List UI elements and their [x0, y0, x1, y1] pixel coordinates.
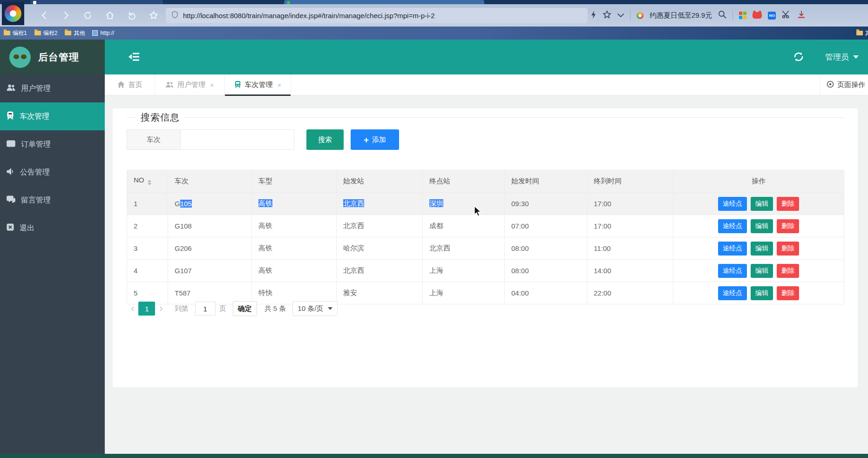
- close-icon[interactable]: ×: [278, 81, 282, 89]
- screenshot-scissors-icon[interactable]: [782, 11, 791, 20]
- search-button[interactable]: 搜索: [306, 129, 344, 150]
- notes-app-icon[interactable]: NO: [768, 12, 776, 20]
- browser-tab-active[interactable]: [284, 0, 484, 4]
- refresh-icon[interactable]: [793, 51, 805, 63]
- add-button[interactable]: +添加: [351, 129, 399, 150]
- sidebar-item-label: 留言管理: [21, 195, 51, 205]
- col-actions: 操作: [673, 170, 844, 193]
- sidebar-item-trains[interactable]: 车次管理: [0, 102, 105, 130]
- download-icon[interactable]: [797, 10, 806, 20]
- cell-depart: 07:00: [505, 215, 587, 237]
- delete-button[interactable]: 删除: [777, 219, 799, 233]
- apps-grid-icon[interactable]: [739, 12, 746, 19]
- bookmark-folder[interactable]: 其他: [65, 29, 85, 37]
- cell-type: 高铁: [252, 260, 337, 282]
- reload-button[interactable]: [82, 9, 94, 21]
- cell-actions: 途经点编辑删除: [673, 237, 844, 260]
- logout-icon: [7, 223, 14, 233]
- page-tabbar: 首页 用户管理 × 车次管理 × 页面操作: [105, 74, 868, 95]
- favorite-star-button[interactable]: [148, 9, 160, 21]
- next-page-icon[interactable]: ›: [155, 303, 167, 314]
- search-icon[interactable]: [718, 10, 726, 20]
- cell-from: 北京西: [337, 193, 423, 215]
- chevron-down-icon[interactable]: [617, 11, 624, 20]
- prev-page-icon[interactable]: ‹: [127, 303, 138, 314]
- bookmark-folder[interactable]: 编程1: [4, 29, 27, 37]
- waypoints-button[interactable]: 途经点: [718, 286, 747, 300]
- browser-logo[interactable]: [2, 2, 24, 25]
- back-button[interactable]: [38, 9, 50, 21]
- sidebar-item-messages[interactable]: 留言管理: [0, 186, 105, 214]
- sort-icon[interactable]: [148, 178, 151, 187]
- edit-button[interactable]: 编辑: [751, 286, 773, 300]
- promo-icon[interactable]: [637, 12, 644, 19]
- home-button[interactable]: [104, 9, 116, 21]
- waypoints-button[interactable]: 途经点: [718, 219, 747, 233]
- confirm-page-button[interactable]: 确定: [233, 301, 257, 316]
- col-to: 终点站: [423, 170, 505, 193]
- user-dropdown[interactable]: 管理员: [821, 40, 863, 74]
- train-number-input[interactable]: [181, 129, 294, 150]
- page-number-input[interactable]: [195, 302, 216, 316]
- cell-arrive: 14:00: [587, 260, 673, 282]
- col-type: 车型: [252, 170, 337, 193]
- pagination: ‹ 1 › 到第 页 确定 共 5 条 10 条/页: [127, 297, 338, 320]
- page-operations-button[interactable]: 页面操作: [820, 74, 868, 95]
- waypoints-button[interactable]: 途经点: [718, 264, 747, 278]
- cell-actions: 途经点编辑删除: [673, 260, 844, 282]
- favicon: [287, 1, 290, 4]
- cell-from: 哈尔滨: [337, 237, 423, 260]
- cell-checi: G206: [168, 237, 252, 260]
- lightning-icon[interactable]: [590, 10, 597, 21]
- bookmark-star-icon[interactable]: [603, 10, 611, 21]
- cell-type: 高铁: [252, 215, 337, 237]
- cell-to: 成都: [423, 215, 505, 237]
- tab-home[interactable]: 首页: [105, 74, 155, 95]
- bookmark-folder-overflow[interactable]: 其: [856, 29, 868, 37]
- edit-button[interactable]: 编辑: [751, 219, 773, 233]
- url-bar[interactable]: http://localhost:8080/train/manage/index…: [166, 8, 588, 23]
- cell-actions: 途经点编辑删除: [673, 215, 844, 237]
- waypoints-button[interactable]: 途经点: [718, 242, 747, 256]
- tab-trains[interactable]: 车次管理 ×: [225, 74, 291, 95]
- current-page[interactable]: 1: [138, 302, 155, 316]
- col-checi: 车次: [168, 170, 252, 193]
- cell-from: 北京西: [337, 260, 423, 282]
- waypoints-button[interactable]: 途经点: [718, 197, 747, 211]
- promo-text[interactable]: 约惠夏日低至29.9元: [650, 11, 712, 20]
- sidebar-item-orders[interactable]: 订单管理: [0, 130, 105, 158]
- forward-button[interactable]: [60, 9, 72, 21]
- content-card: 搜索信息 车次 搜索 +添加 NO 车次 车型 始发站 终点站 始发时间: [113, 108, 858, 387]
- bottom-strip: [0, 454, 868, 458]
- bookmark-item[interactable]: http://: [92, 30, 114, 36]
- tab-users[interactable]: 用户管理 ×: [155, 74, 225, 95]
- sidebar-item-users[interactable]: 用户管理: [0, 74, 105, 102]
- edit-button[interactable]: 编辑: [751, 242, 773, 256]
- games-icon[interactable]: [753, 12, 762, 19]
- delete-button[interactable]: 删除: [777, 264, 799, 278]
- delete-button[interactable]: 删除: [777, 242, 799, 256]
- favicon: [33, 1, 36, 4]
- bookmark-folder[interactable]: 编程2: [34, 29, 58, 37]
- sidebar-item-logout[interactable]: 退出: [0, 214, 105, 242]
- folder-icon: [856, 31, 863, 35]
- screen: http://localhost:8080/train/manage/index…: [0, 0, 868, 458]
- edit-button[interactable]: 编辑: [751, 197, 773, 211]
- goto-label: 到第: [175, 304, 189, 313]
- col-depart: 始发时间: [505, 170, 587, 193]
- col-no[interactable]: NO: [127, 170, 168, 193]
- browser-tab-inactive[interactable]: [30, 0, 163, 4]
- sidebar-item-label: 退出: [20, 223, 34, 233]
- sidebar-item-announcements[interactable]: 公告管理: [0, 158, 105, 186]
- edit-button[interactable]: 编辑: [751, 264, 773, 278]
- cell-actions: 途经点编辑删除: [673, 193, 844, 215]
- sidebar-item-label: 车次管理: [20, 112, 49, 121]
- history-undo-button[interactable]: [126, 9, 138, 21]
- table-row: 4 G107 高铁 北京西 上海 08:00 14:00 途经点编辑删除: [127, 260, 844, 282]
- close-icon[interactable]: ×: [210, 81, 214, 89]
- delete-button[interactable]: 删除: [777, 197, 799, 211]
- folder-icon: [65, 31, 71, 35]
- delete-button[interactable]: 删除: [777, 286, 799, 300]
- collapse-menu-icon[interactable]: [128, 52, 140, 62]
- page-size-select[interactable]: 10 条/页: [292, 301, 338, 316]
